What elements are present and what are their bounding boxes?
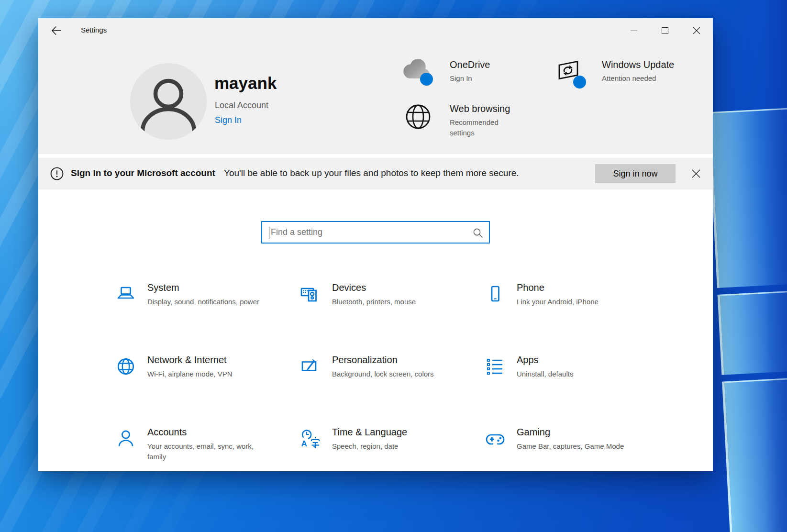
sign-in-now-button[interactable]: Sign in now <box>595 164 676 183</box>
system-laptop-icon <box>115 283 137 305</box>
category-subtitle: Game Bar, captures, Game Mode <box>517 441 624 452</box>
category-title: Devices <box>332 282 416 293</box>
category-title: Apps <box>517 355 573 366</box>
search-box[interactable] <box>261 221 490 244</box>
profile-sign-in-link[interactable]: Sign In <box>215 115 242 125</box>
category-title: Network & Internet <box>147 355 233 366</box>
windows-update-title: Windows Update <box>602 59 674 70</box>
onedrive-subtitle: Sign In <box>450 73 490 84</box>
gaming-controller-icon <box>484 428 506 450</box>
category-subtitle: Link your Android, iPhone <box>517 297 599 307</box>
web-browsing-subtitle: Recommended settings <box>450 117 521 138</box>
minimize-button[interactable] <box>620 18 648 43</box>
svg-text:A: A <box>301 439 307 448</box>
category-subtitle: Speech, region, date <box>332 441 407 452</box>
category-gaming[interactable]: Gaming Game Bar, captures, Game Mode <box>484 420 669 492</box>
category-devices[interactable]: Devices Bluetooth, printers, mouse <box>299 276 484 348</box>
maximize-button[interactable] <box>651 18 679 43</box>
category-phone[interactable]: Phone Link your Android, iPhone <box>484 276 669 348</box>
back-arrow-icon <box>51 25 62 36</box>
desktop-wallpaper: Settings mayank Local Account Sign In <box>0 0 787 532</box>
settings-category-grid: System Display, sound, notifications, po… <box>115 276 669 492</box>
back-button[interactable] <box>48 23 65 38</box>
phone-icon <box>484 283 506 305</box>
category-network-internet[interactable]: Network & Internet Wi-Fi, airplane mode,… <box>115 348 299 420</box>
web-browsing-title: Web browsing <box>450 103 521 114</box>
category-subtitle: Your accounts, email, sync, work, family <box>147 441 261 462</box>
category-title: Time & Language <box>332 427 407 438</box>
onedrive-title: OneDrive <box>450 59 490 70</box>
category-title: Phone <box>517 282 599 293</box>
time-language-icon: A <box>299 428 321 450</box>
category-personalization[interactable]: Personalization Background, lock screen,… <box>299 348 484 420</box>
banner-title: Sign in to your Microsoft account <box>71 168 215 178</box>
close-icon <box>693 27 700 34</box>
minimize-icon <box>631 31 637 31</box>
banner-dismiss-button[interactable] <box>688 166 704 182</box>
close-icon <box>692 169 700 178</box>
sign-in-banner: Sign in to your Microsoft account You'll… <box>38 158 713 189</box>
maximize-icon <box>662 27 668 34</box>
settings-window: Settings mayank Local Account Sign In <box>38 18 713 471</box>
profile-name: mayank <box>214 74 277 93</box>
category-title: Personalization <box>332 355 434 366</box>
banner-message: You'll be able to back up your files and… <box>224 168 519 178</box>
onedrive-tile[interactable]: OneDrive Sign In <box>402 59 545 89</box>
personalization-brush-icon <box>299 355 321 377</box>
category-subtitle: Display, sound, notifications, power <box>147 297 259 307</box>
accounts-person-icon <box>115 428 137 450</box>
category-title: System <box>147 282 259 293</box>
profile-account-type: Local Account <box>215 100 268 111</box>
category-system[interactable]: System Display, sound, notifications, po… <box>115 276 299 348</box>
window-title: Settings <box>81 26 107 34</box>
category-subtitle: Background, lock screen, colors <box>332 369 434 379</box>
category-subtitle: Wi-Fi, airplane mode, VPN <box>147 369 233 379</box>
globe-icon <box>405 103 432 130</box>
text-caret <box>269 227 269 239</box>
search-input[interactable] <box>262 222 489 243</box>
windows-update-tile[interactable]: Windows Update Attention needed <box>554 59 702 89</box>
person-icon <box>130 63 207 140</box>
close-button[interactable] <box>683 18 710 43</box>
web-browsing-tile[interactable]: Web browsing Recommended settings <box>402 103 545 138</box>
wallpaper-shade <box>764 0 787 532</box>
apps-list-icon <box>484 355 506 377</box>
category-subtitle: Bluetooth, printers, mouse <box>332 297 416 307</box>
alert-icon <box>50 167 64 180</box>
windows-update-status-badge <box>573 76 586 89</box>
titlebar[interactable]: Settings <box>38 18 713 43</box>
category-apps[interactable]: Apps Uninstall, defaults <box>484 348 669 420</box>
devices-keyboard-icon <box>299 283 321 305</box>
network-globe-icon <box>115 355 137 377</box>
avatar <box>130 63 207 140</box>
windows-update-subtitle: Attention needed <box>602 73 674 84</box>
category-accounts[interactable]: Accounts Your accounts, email, sync, wor… <box>115 420 299 492</box>
search-icon <box>473 228 483 238</box>
category-title: Gaming <box>517 427 624 438</box>
category-subtitle: Uninstall, defaults <box>517 369 573 379</box>
onedrive-status-badge <box>420 73 433 86</box>
category-title: Accounts <box>147 427 261 438</box>
category-time-language[interactable]: A Time & Language Speech, region, date <box>299 420 484 492</box>
